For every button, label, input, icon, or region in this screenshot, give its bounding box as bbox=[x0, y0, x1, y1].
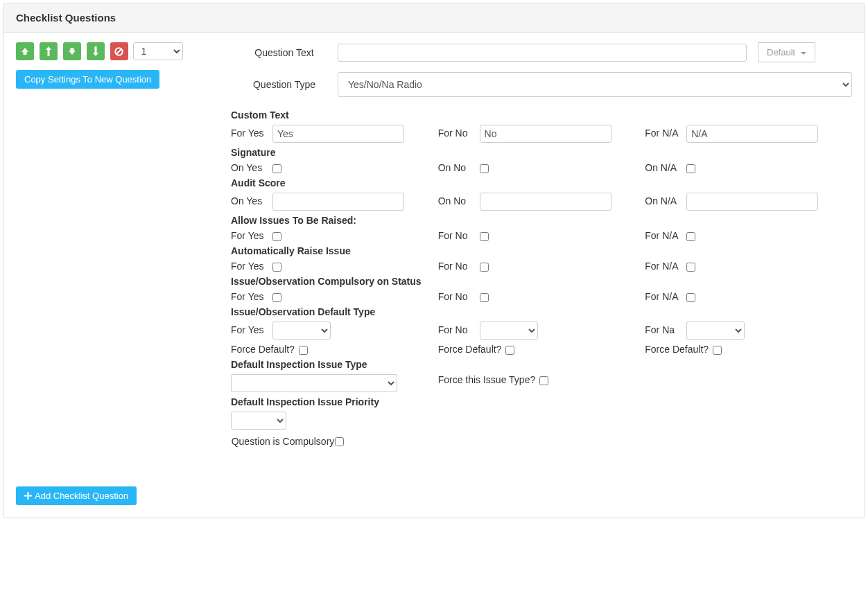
arrow-down-wide-icon bbox=[68, 47, 76, 55]
svg-point-0 bbox=[115, 48, 122, 55]
deftype-yes-select[interactable] bbox=[272, 322, 331, 340]
default-dropdown-button[interactable]: Default bbox=[758, 42, 815, 62]
question-compulsory-row: Question is Compulsory bbox=[231, 435, 852, 448]
custom-yes-input[interactable] bbox=[272, 125, 404, 143]
force-na-label: Force Default? bbox=[645, 344, 709, 355]
audit-yes-label: On Yes bbox=[231, 195, 268, 206]
copy-settings-button[interactable]: Copy Settings To New Question bbox=[16, 70, 159, 89]
arrow-down-icon bbox=[92, 46, 99, 56]
auto-yes-checkbox[interactable] bbox=[272, 263, 281, 272]
auto-na-checkbox[interactable] bbox=[686, 263, 695, 272]
comp-no-label: For No bbox=[438, 291, 476, 302]
custom-no-label: For No bbox=[438, 127, 476, 139]
question-type-label: Question Type bbox=[231, 79, 338, 90]
question-text-input[interactable] bbox=[338, 44, 747, 62]
default-inspection-type-select[interactable] bbox=[231, 374, 397, 392]
default-priority-select[interactable] bbox=[231, 412, 286, 430]
audit-na-label: On N/A bbox=[645, 195, 682, 206]
chevron-down-icon bbox=[801, 52, 806, 55]
force-yes-checkbox[interactable] bbox=[299, 346, 308, 355]
custom-na-label: For N/A bbox=[645, 127, 682, 139]
audit-no-input[interactable] bbox=[480, 193, 611, 211]
checklist-questions-panel: Checklist Questions bbox=[3, 3, 865, 518]
sig-na-label: On N/A bbox=[645, 162, 682, 173]
comp-no-checkbox[interactable] bbox=[480, 293, 489, 302]
default-inspection-type-row: Force this Issue Type? bbox=[231, 374, 852, 392]
sig-no-checkbox[interactable] bbox=[480, 164, 489, 173]
plus-icon bbox=[24, 492, 32, 500]
move-up-button[interactable] bbox=[40, 42, 58, 60]
force-no-checkbox[interactable] bbox=[505, 346, 514, 355]
deftype-na-select[interactable] bbox=[686, 322, 745, 340]
main-column: Question Text Default Question Type Yes/… bbox=[231, 42, 852, 448]
compulsory-status-header: Issue/Observation Compulsory on Status bbox=[231, 276, 852, 287]
delete-button[interactable] bbox=[110, 42, 128, 60]
force-no-label: Force Default? bbox=[438, 344, 502, 355]
comp-yes-checkbox[interactable] bbox=[272, 293, 281, 302]
nav-button-group: 1 bbox=[16, 42, 231, 60]
deftype-na-label: For Na bbox=[645, 324, 682, 335]
auto-no-checkbox[interactable] bbox=[480, 263, 489, 272]
force-yes-label: Force Default? bbox=[231, 344, 295, 355]
svg-rect-2 bbox=[28, 492, 29, 500]
panel-title: Checklist Questions bbox=[3, 3, 865, 33]
comp-na-checkbox[interactable] bbox=[686, 293, 695, 302]
move-down-button[interactable] bbox=[63, 42, 81, 60]
question-compulsory-checkbox[interactable] bbox=[335, 437, 344, 446]
question-number-select[interactable]: 1 bbox=[133, 42, 183, 60]
svg-line-1 bbox=[116, 49, 121, 53]
move-bottom-button[interactable] bbox=[87, 42, 105, 60]
auto-raise-row: For Yes For No For N/A bbox=[231, 261, 852, 272]
arrow-up-icon bbox=[45, 46, 52, 56]
audit-yes-input[interactable] bbox=[272, 193, 404, 211]
svg-rect-3 bbox=[24, 495, 32, 497]
custom-text-header: Custom Text bbox=[231, 109, 852, 121]
default-type-row: For Yes For No For Na bbox=[231, 322, 852, 340]
custom-no-input[interactable] bbox=[480, 125, 611, 143]
allow-no-checkbox[interactable] bbox=[480, 232, 489, 241]
auto-no-label: For No bbox=[438, 261, 476, 272]
audit-score-header: Audit Score bbox=[231, 177, 852, 188]
allow-yes-label: For Yes bbox=[231, 230, 268, 241]
compulsory-status-row: For Yes For No For N/A bbox=[231, 291, 852, 302]
add-checklist-question-button[interactable]: Add Checklist Question bbox=[16, 486, 137, 505]
force-this-type-checkbox[interactable] bbox=[539, 376, 548, 385]
arrow-up-wide-icon bbox=[21, 47, 29, 55]
allow-issues-row: For Yes For No For N/A bbox=[231, 230, 852, 241]
audit-no-label: On No bbox=[438, 195, 476, 206]
allow-no-label: For No bbox=[438, 230, 476, 241]
default-priority-row bbox=[231, 412, 852, 430]
comp-yes-label: For Yes bbox=[231, 291, 268, 302]
question-compulsory-label: Question is Compulsory bbox=[231, 435, 335, 448]
deftype-yes-label: For Yes bbox=[231, 324, 268, 335]
sig-no-label: On No bbox=[438, 162, 476, 173]
allow-na-label: For N/A bbox=[645, 230, 682, 241]
auto-raise-header: Automatically Raise Issue bbox=[231, 245, 852, 256]
sig-yes-label: On Yes bbox=[231, 162, 268, 173]
custom-na-input[interactable] bbox=[686, 125, 818, 143]
signature-row: On Yes On No On N/A bbox=[231, 162, 852, 173]
question-text-row: Question Text Default bbox=[231, 42, 852, 62]
footer: Add Checklist Question bbox=[16, 486, 852, 505]
allow-na-checkbox[interactable] bbox=[686, 232, 695, 241]
allow-yes-checkbox[interactable] bbox=[272, 232, 281, 241]
default-priority-header: Default Inspection Issue Priority bbox=[231, 396, 852, 407]
deftype-no-label: For No bbox=[438, 324, 476, 335]
question-type-select[interactable]: Yes/No/Na Radio bbox=[338, 72, 852, 97]
sig-yes-checkbox[interactable] bbox=[272, 164, 281, 173]
audit-na-input[interactable] bbox=[686, 193, 818, 211]
force-default-row: Force Default? Force Default? Force Defa… bbox=[231, 344, 852, 355]
auto-yes-label: For Yes bbox=[231, 261, 268, 272]
force-na-checkbox[interactable] bbox=[713, 346, 722, 355]
panel-body: 1 Copy Settings To New Question Question… bbox=[3, 33, 865, 518]
question-type-row: Question Type Yes/No/Na Radio bbox=[231, 72, 852, 97]
left-column: 1 Copy Settings To New Question bbox=[16, 42, 231, 89]
signature-header: Signature bbox=[231, 147, 852, 158]
custom-text-row: For Yes For No For N/A bbox=[231, 125, 852, 143]
comp-na-label: For N/A bbox=[645, 291, 682, 302]
deftype-no-select[interactable] bbox=[480, 322, 538, 340]
move-top-button[interactable] bbox=[16, 42, 34, 60]
ban-icon bbox=[114, 47, 123, 56]
sig-na-checkbox[interactable] bbox=[686, 164, 695, 173]
allow-issues-header: Allow Issues To Be Raised: bbox=[231, 215, 852, 226]
